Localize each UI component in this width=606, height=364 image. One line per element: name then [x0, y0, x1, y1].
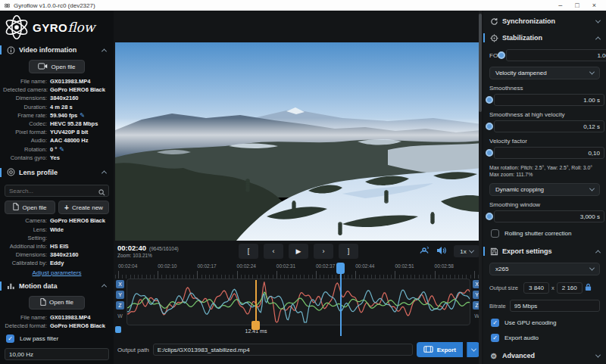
slider-knob[interactable]: [486, 213, 493, 220]
low-pass-filter-checkbox[interactable]: ✓: [6, 334, 14, 343]
timecode-box: 00:02:40 (9645/16104) Zoom: 103.21%: [117, 244, 179, 258]
timeline-left-handle[interactable]: [115, 326, 121, 333]
info-value: HEVC 95.28 Mbps: [50, 120, 98, 127]
motion-open-file-button[interactable]: Open file: [29, 296, 85, 310]
export-button[interactable]: Export: [417, 342, 463, 357]
info-label: Calibrated by:: [3, 260, 50, 266]
info-label: Additional info:: [3, 243, 50, 250]
sync-label-row: 12.41 ms: [114, 325, 483, 336]
axis-toggle-button[interactable]: W: [116, 312, 124, 320]
output-width-input[interactable]: [523, 282, 549, 294]
slider-knob[interactable]: [486, 149, 493, 157]
smoothing-window-value-input[interactable]: [494, 210, 604, 222]
timeline-minor-ticks[interactable]: [115, 271, 482, 278]
playhead-handle[interactable]: [336, 263, 345, 274]
video-open-file-button[interactable]: Open file: [29, 60, 85, 73]
transport-button[interactable]: ›: [314, 244, 333, 259]
section-motion-data[interactable]: Motion data: [0, 280, 114, 292]
info-row: Contains gyro: Yes ✎: [3, 154, 111, 162]
chevron-down-icon: [589, 186, 595, 191]
info-row: File name: GX013983.MP4 ✎: [3, 77, 111, 86]
save-icon: [489, 247, 498, 256]
section-advanced[interactable]: ⚙ Advanced: [483, 350, 606, 362]
section-title: Lens profile: [19, 169, 58, 176]
section-synchronization[interactable]: Synchronization: [483, 15, 606, 27]
sync-point-line: [255, 280, 257, 324]
file-icon: [13, 203, 19, 212]
slider-knob[interactable]: [486, 96, 493, 104]
gear-icon: ⚙: [489, 352, 498, 360]
output-path-input[interactable]: [153, 344, 413, 356]
transport-button[interactable]: [: [239, 244, 258, 259]
playback-speed-button[interactable]: 1x: [454, 245, 479, 257]
speed-value: 1x: [460, 248, 466, 255]
max-rotation-text: Max rotation: Pitch: 2.5°, Yaw: 2.5°, Ro…: [489, 164, 600, 171]
cropping-dropdown[interactable]: Dynamic cropping: [489, 183, 600, 196]
lens-create-new-button[interactable]: + Create new: [58, 201, 109, 214]
info-row: Audio: AAC 48000 Hz ✎: [3, 136, 111, 145]
info-row: Codec: HEVC 95.28 Mbps ✎: [3, 120, 111, 128]
chevron-up-icon: [595, 36, 601, 42]
gyro-waveform-chart[interactable]: [127, 278, 470, 325]
info-icon: [6, 46, 15, 54]
slider-knob[interactable]: [486, 123, 493, 130]
low-pass-frequency-input[interactable]: [5, 348, 109, 360]
velocity-factor-value-input[interactable]: [494, 147, 604, 159]
export-audio-checkbox[interactable]: ✓: [491, 334, 499, 342]
info-label: Duration:: [3, 104, 50, 110]
codec-dropdown[interactable]: x265: [489, 263, 600, 275]
edit-pencil-icon[interactable]: ✎: [80, 112, 85, 119]
frame-counter: (9645/16104): [149, 246, 179, 251]
cropping-value: Dynamic cropping: [495, 186, 544, 193]
smoothing-method-dropdown[interactable]: Velocity dampened: [489, 67, 600, 79]
section-export-settings[interactable]: Export settings: [483, 245, 606, 257]
rolling-shutter-checkbox[interactable]: [491, 229, 499, 238]
close-button[interactable]: ×: [592, 1, 596, 11]
lens-open-file-button[interactable]: Open file: [5, 201, 55, 214]
info-label: Frame rate:: [3, 112, 50, 119]
gpu-encoding-checkbox[interactable]: ✓: [491, 319, 499, 327]
axis-buttons-left: XYZW: [115, 278, 125, 325]
axis-toggle-button[interactable]: Y: [116, 291, 124, 299]
axis-toggle-button[interactable]: X: [116, 280, 124, 288]
info-row: Rotation: 0 ° ✎: [3, 145, 111, 154]
playback-controls: 00:02:40 (9645/16104) Zoom: 103.21% [ ‹: [114, 241, 483, 262]
info-label: Setting:: [3, 235, 50, 241]
volume-icon[interactable]: [436, 244, 447, 258]
transport-button[interactable]: ‹: [264, 244, 283, 259]
chevron-down-icon: [595, 17, 601, 23]
output-height-input[interactable]: [557, 282, 583, 294]
section-stabilization[interactable]: Stabilization: [483, 32, 606, 44]
smoothness-value-input[interactable]: [494, 94, 604, 106]
fov-value-input[interactable]: [506, 49, 606, 61]
timeline-ruler[interactable]: 00:02:0400:02:1000:02:1700:02:2400:02:31…: [114, 262, 483, 271]
sync-point-handle[interactable]: [251, 321, 260, 330]
bitrate-input[interactable]: [510, 300, 600, 312]
export-options-button[interactable]: [467, 342, 479, 357]
video-preview[interactable]: [115, 42, 482, 241]
adjust-parameters-link[interactable]: Adjust parameters: [0, 269, 114, 276]
stabilization-toggle-icon[interactable]: [419, 244, 430, 258]
lock-ratio-icon[interactable]: [585, 283, 592, 293]
chevron-down-icon: [469, 247, 474, 253]
smoothness-hv-value-input[interactable]: [494, 120, 604, 132]
axis-toggle-button[interactable]: Z: [116, 301, 124, 310]
gpu-encoding-row: ✓ Use GPU encoding: [491, 319, 606, 327]
section-title: Motion data: [19, 282, 58, 290]
transport-button[interactable]: ▶: [289, 244, 308, 259]
panel-scrollbar-thumb[interactable]: [479, 14, 482, 112]
section-title: Stabilization: [502, 34, 542, 42]
section-video-information[interactable]: Video information: [0, 44, 114, 56]
section-lens-profile[interactable]: Lens profile: [0, 166, 114, 179]
codec-value: x265: [495, 266, 508, 272]
slider-knob[interactable]: [498, 51, 505, 59]
transport-button[interactable]: ]: [339, 244, 358, 259]
edit-pencil-icon[interactable]: ✎: [59, 146, 64, 153]
lens-search-input[interactable]: [5, 185, 109, 197]
info-label: File name:: [3, 78, 50, 85]
tick-label: 00:02:37: [316, 263, 335, 269]
minimize-button[interactable]: –: [558, 1, 562, 11]
maximize-button[interactable]: □: [575, 1, 579, 11]
max-rotation-stats: Max rotation: Pitch: 2.5°, Yaw: 2.5°, Ro…: [489, 164, 600, 178]
smoothing-window-label: Smoothing window: [489, 201, 600, 208]
